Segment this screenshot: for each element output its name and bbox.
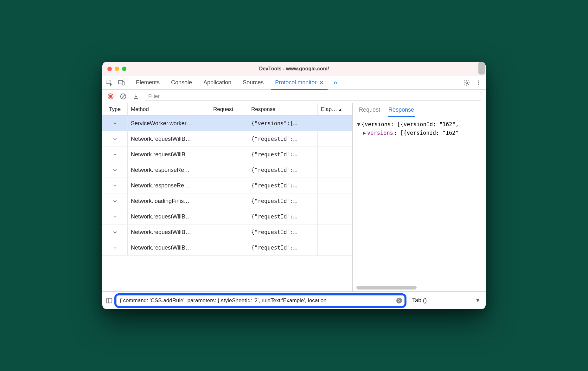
clear-button-icon[interactable] bbox=[119, 93, 127, 100]
table-row[interactable]: Network.loadingFinis…{"requestId":… bbox=[102, 193, 352, 209]
response-cell: {"requestId":… bbox=[248, 178, 318, 193]
arrow-down-icon bbox=[112, 166, 118, 174]
method-cell: ServiceWorker.worker… bbox=[128, 116, 210, 131]
toggle-device-toolbar-icon[interactable] bbox=[118, 79, 125, 87]
request-cell bbox=[210, 209, 248, 224]
direction-cell bbox=[102, 193, 128, 209]
inspect-element-icon[interactable] bbox=[105, 79, 113, 87]
settings-gear-icon[interactable] bbox=[463, 79, 470, 87]
arrow-down-icon bbox=[112, 198, 118, 205]
request-cell bbox=[210, 131, 248, 146]
direction-cell bbox=[102, 131, 128, 146]
response-cell: {"requestId":… bbox=[248, 131, 318, 146]
maximize-window-button[interactable] bbox=[122, 67, 126, 71]
arrow-down-icon bbox=[112, 213, 118, 220]
table-body: ServiceWorker.worker…{"versions":[…Netwo… bbox=[102, 116, 352, 291]
record-button-icon[interactable] bbox=[107, 93, 114, 100]
scrollbar-thumb[interactable] bbox=[356, 286, 417, 290]
details-tab-request[interactable]: Request bbox=[358, 103, 381, 116]
clear-input-icon[interactable]: ✕ bbox=[396, 298, 402, 303]
table-row[interactable]: Network.requestWillB…{"requestId":… bbox=[102, 240, 352, 256]
svg-line-10 bbox=[122, 94, 125, 98]
drawer-tab-label[interactable]: Tab () bbox=[412, 297, 427, 304]
method-cell: Network.requestWillB… bbox=[128, 131, 210, 146]
svg-point-5 bbox=[478, 82, 479, 83]
svg-rect-2 bbox=[122, 81, 124, 85]
tab-elements[interactable]: Elements bbox=[130, 76, 165, 89]
close-tab-icon[interactable]: ✕ bbox=[319, 79, 324, 86]
table-row[interactable]: Network.requestWillB…{"requestId":… bbox=[102, 225, 352, 240]
table-row[interactable]: Network.responseRe…{"requestId":… bbox=[102, 178, 352, 193]
scrollbar-thumb[interactable] bbox=[478, 62, 485, 75]
tree-child-line[interactable]: ▶ versions: [{versionId: "162" bbox=[356, 129, 482, 137]
tab-label: Application bbox=[203, 79, 231, 86]
arrow-down-icon bbox=[112, 244, 118, 251]
details-tabs: Request Response bbox=[353, 103, 486, 117]
tab-label: Sources bbox=[243, 79, 264, 86]
arrow-down-icon bbox=[112, 151, 118, 158]
column-header-method[interactable]: Method bbox=[128, 103, 210, 115]
method-cell: Network.responseRe… bbox=[128, 162, 210, 178]
arrow-down-icon bbox=[112, 120, 118, 127]
direction-cell bbox=[102, 178, 128, 193]
details-pane: Request Response ▼ {versions: [{versionI… bbox=[353, 103, 486, 291]
minimize-window-button[interactable] bbox=[115, 67, 119, 71]
elapsed-cell bbox=[318, 162, 352, 178]
request-cell bbox=[210, 162, 248, 178]
table-row[interactable]: Network.responseRe…{"requestId":… bbox=[102, 162, 352, 178]
tab-console[interactable]: Console bbox=[165, 76, 198, 89]
chevron-right-icon[interactable]: ▶ bbox=[362, 129, 367, 137]
svg-rect-11 bbox=[107, 298, 112, 303]
method-cell: Network.loadingFinis… bbox=[128, 193, 210, 209]
arrow-down-icon bbox=[112, 182, 118, 189]
elapsed-cell bbox=[318, 178, 352, 193]
request-cell bbox=[210, 147, 248, 162]
toggle-drawer-icon[interactable] bbox=[105, 297, 113, 304]
more-tabs-button[interactable]: » bbox=[329, 76, 341, 89]
direction-cell bbox=[102, 162, 128, 178]
request-cell bbox=[210, 225, 248, 240]
svg-point-6 bbox=[478, 84, 479, 85]
more-options-icon[interactable] bbox=[475, 79, 483, 87]
window-title: DevTools - www.google.com/ bbox=[102, 66, 486, 72]
response-tree: ▼ {versions: [{versionId: "162", ▶ versi… bbox=[353, 117, 486, 140]
tree-root-line[interactable]: ▼ {versions: [{versionId: "162", bbox=[356, 120, 482, 129]
protocol-toolbar bbox=[102, 90, 486, 103]
response-cell: {"requestId":… bbox=[248, 193, 318, 209]
request-cell bbox=[210, 178, 248, 193]
details-tab-response[interactable]: Response bbox=[388, 103, 415, 116]
column-header-elapsed[interactable]: Elap… ▲ bbox=[318, 103, 352, 115]
method-cell: Network.responseRe… bbox=[128, 178, 210, 193]
direction-cell bbox=[102, 116, 128, 131]
horizontal-scrollbar[interactable] bbox=[356, 286, 482, 290]
chevron-down-icon[interactable]: ▼ bbox=[356, 120, 361, 129]
elapsed-cell bbox=[318, 240, 352, 255]
table-row[interactable]: Network.requestWillB…{"requestId":… bbox=[102, 209, 352, 225]
filter-input[interactable] bbox=[145, 92, 481, 101]
download-button-icon[interactable] bbox=[132, 93, 140, 100]
table-row[interactable]: Network.requestWillB…{"requestId":… bbox=[102, 131, 352, 147]
tab-application[interactable]: Application bbox=[198, 76, 237, 89]
chevron-down-icon[interactable]: ▼ bbox=[475, 297, 481, 304]
tab-label: Protocol monitor bbox=[275, 79, 316, 86]
arrow-down-icon bbox=[112, 229, 118, 236]
column-header-response[interactable]: Response bbox=[248, 103, 318, 115]
tab-label: Elements bbox=[136, 79, 160, 86]
title-bar: DevTools - www.google.com/ bbox=[102, 62, 486, 76]
tab-protocol-monitor[interactable]: Protocol monitor ✕ bbox=[269, 76, 329, 89]
request-cell bbox=[210, 193, 248, 209]
command-input[interactable]: { command: 'CSS.addRule', parameters: { … bbox=[116, 295, 405, 306]
content-split: Type Method Request Response Elap… ▲ Ser… bbox=[102, 103, 486, 291]
tab-sources[interactable]: Sources bbox=[237, 76, 269, 89]
arrow-down-icon bbox=[112, 135, 118, 143]
table-row[interactable]: Network.requestWillB…{"requestId":… bbox=[102, 147, 352, 162]
close-window-button[interactable] bbox=[107, 67, 112, 71]
column-header-request[interactable]: Request bbox=[210, 103, 248, 115]
column-header-type[interactable]: Type bbox=[102, 103, 128, 115]
drawer-bar: { command: 'CSS.addRule', parameters: { … bbox=[102, 291, 486, 309]
response-cell: {"requestId":… bbox=[248, 162, 318, 178]
devtools-window: DevTools - www.google.com/ Elements Cons… bbox=[102, 62, 486, 309]
table-row[interactable]: ServiceWorker.worker…{"versions":[… bbox=[102, 116, 352, 131]
response-cell: {"requestId":… bbox=[248, 209, 318, 224]
elapsed-cell bbox=[318, 131, 352, 146]
